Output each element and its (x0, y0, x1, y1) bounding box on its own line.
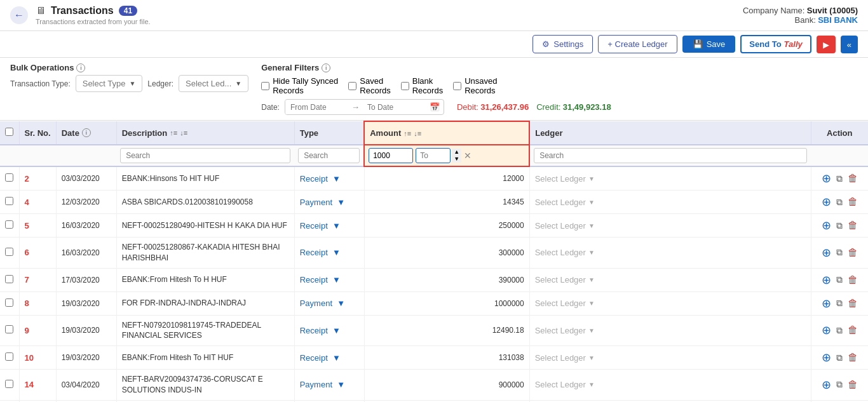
general-filters-label: General Filters (261, 63, 319, 72)
delete-action-button[interactable]: 🗑 (848, 379, 858, 391)
add-action-button[interactable]: ⊕ (822, 246, 831, 260)
amount-from-input[interactable] (369, 148, 413, 163)
row-checkbox[interactable] (5, 298, 13, 307)
copy-action-button[interactable]: ⧉ (836, 379, 843, 390)
copy-action-button[interactable]: ⧉ (836, 298, 843, 309)
select-ledger-dropdown[interactable]: Select Led... ▼ (179, 75, 248, 92)
type-chevron[interactable]: ▼ (337, 298, 345, 308)
back-button[interactable]: ← (10, 6, 28, 24)
ledger-select[interactable]: Select Ledger ▼ (535, 353, 806, 363)
type-chevron[interactable]: ▼ (332, 326, 341, 335)
calendar-icon[interactable]: 📅 (426, 100, 444, 114)
save-button[interactable]: 💾 Save (682, 36, 736, 53)
type-chevron[interactable]: ▼ (332, 248, 341, 257)
row-checkbox[interactable] (5, 275, 13, 283)
sr-link[interactable]: 10 (25, 353, 34, 363)
to-date-input[interactable] (362, 100, 426, 114)
type-label: Payment (300, 380, 332, 389)
select-type-dropdown[interactable]: Select Type ▼ (76, 75, 143, 92)
type-chevron[interactable]: ▼ (332, 221, 341, 231)
delete-action-button[interactable]: 🗑 (848, 173, 858, 184)
sr-link[interactable]: 7 (25, 275, 29, 285)
type-chevron[interactable]: ▼ (332, 275, 341, 285)
sr-link[interactable]: 4 (25, 198, 29, 207)
copy-action-button[interactable]: ⧉ (836, 274, 843, 285)
amount-spinner-down[interactable]: ▼ (452, 156, 461, 163)
top-bar: ← 🖥 Transactions 41 Transactions extract… (0, 0, 868, 31)
desc-sort-asc-icon[interactable]: ↑≡ (170, 129, 177, 137)
ledger-select-label: Select Ledger (535, 298, 586, 308)
sr-link[interactable]: 14 (25, 380, 34, 389)
ledger-select[interactable]: Select Ledger ▼ (535, 380, 806, 389)
unsaved-records-checkbox[interactable]: UnsavedRecords (453, 76, 497, 95)
copy-action-button[interactable]: ⧉ (836, 247, 843, 258)
row-action-cell: ⊕ ⧉ 🗑 (811, 238, 868, 269)
copy-action-button[interactable]: ⧉ (836, 220, 843, 231)
row-checkbox[interactable] (5, 380, 13, 388)
date-range-picker[interactable]: → 📅 (285, 99, 444, 115)
ledger-select[interactable]: Select Ledger ▼ (535, 174, 806, 184)
sr-link[interactable]: 8 (25, 298, 29, 308)
desc-sort-desc-icon[interactable]: ↓≡ (180, 129, 187, 137)
sr-link[interactable]: 5 (25, 221, 29, 231)
type-chevron[interactable]: ▼ (332, 353, 341, 363)
add-action-button[interactable]: ⊕ (822, 297, 831, 311)
description-search-input[interactable] (120, 148, 290, 163)
ledger-select[interactable]: Select Ledger ▼ (535, 198, 806, 207)
row-checkbox[interactable] (5, 325, 13, 333)
add-action-button[interactable]: ⊕ (822, 218, 831, 232)
ledger-select[interactable]: Select Ledger ▼ (535, 248, 806, 257)
copy-action-button[interactable]: ⧉ (836, 197, 843, 208)
send-to-tally-button[interactable]: Send To Tally (740, 35, 811, 53)
row-checkbox[interactable] (5, 220, 13, 229)
amount-spinner-up[interactable]: ▲ (452, 149, 461, 156)
delete-action-button[interactable]: 🗑 (848, 325, 858, 336)
delete-action-button[interactable]: 🗑 (848, 196, 858, 208)
delete-action-button[interactable]: 🗑 (848, 298, 858, 309)
ledger-search-input[interactable] (534, 148, 807, 163)
delete-action-button[interactable]: 🗑 (848, 274, 858, 286)
amount-to-input[interactable] (416, 148, 451, 163)
ledger-select[interactable]: Select Ledger ▼ (535, 221, 806, 231)
sr-link[interactable]: 9 (25, 326, 29, 335)
collapse-button[interactable]: « (841, 36, 858, 53)
row-checkbox[interactable] (5, 352, 13, 361)
create-ledger-button[interactable]: + Create Ledger (598, 35, 677, 53)
type-search-input[interactable] (298, 148, 360, 163)
add-action-button[interactable]: ⊕ (822, 351, 831, 365)
sr-link[interactable]: 2 (25, 174, 29, 184)
ledger-select[interactable]: Select Ledger ▼ (535, 275, 806, 285)
type-chevron[interactable]: ▼ (337, 380, 345, 389)
copy-action-button[interactable]: ⧉ (836, 173, 843, 184)
youtube-button[interactable]: ▶ (817, 36, 836, 53)
amount-clear-button[interactable]: ✕ (464, 151, 471, 161)
add-action-button[interactable]: ⊕ (822, 378, 831, 392)
saved-records-checkbox[interactable]: SavedRecords (348, 76, 390, 95)
settings-button[interactable]: ⚙ Settings (532, 35, 593, 53)
hide-tally-synced-checkbox[interactable]: Hide Tally SyncedRecords (261, 76, 338, 95)
amount-sort-asc-icon[interactable]: ↑≡ (403, 130, 411, 137)
select-all-checkbox[interactable] (5, 128, 13, 136)
row-checkbox[interactable] (5, 248, 13, 256)
from-date-input[interactable] (285, 100, 349, 114)
ledger-select[interactable]: Select Ledger ▼ (535, 326, 806, 335)
sr-link[interactable]: 6 (25, 248, 29, 257)
credit-label: Credit: (536, 102, 560, 112)
type-chevron[interactable]: ▼ (332, 174, 341, 184)
type-chevron[interactable]: ▼ (337, 198, 345, 207)
row-checkbox[interactable] (5, 173, 13, 182)
delete-action-button[interactable]: 🗑 (848, 247, 858, 258)
type-label: Receipt (300, 326, 328, 335)
row-checkbox[interactable] (5, 197, 13, 205)
copy-action-button[interactable]: ⧉ (836, 352, 843, 363)
amount-sort-desc-icon[interactable]: ↓≡ (414, 130, 421, 137)
add-action-button[interactable]: ⊕ (822, 323, 831, 337)
add-action-button[interactable]: ⊕ (822, 273, 831, 287)
copy-action-button[interactable]: ⧉ (836, 325, 843, 336)
add-action-button[interactable]: ⊕ (822, 195, 831, 209)
delete-action-button[interactable]: 🗑 (848, 352, 858, 363)
delete-action-button[interactable]: 🗑 (848, 220, 858, 231)
blank-records-checkbox[interactable]: BlankRecords (401, 76, 443, 95)
add-action-button[interactable]: ⊕ (822, 171, 831, 185)
ledger-select[interactable]: Select Ledger ▼ (535, 298, 806, 308)
